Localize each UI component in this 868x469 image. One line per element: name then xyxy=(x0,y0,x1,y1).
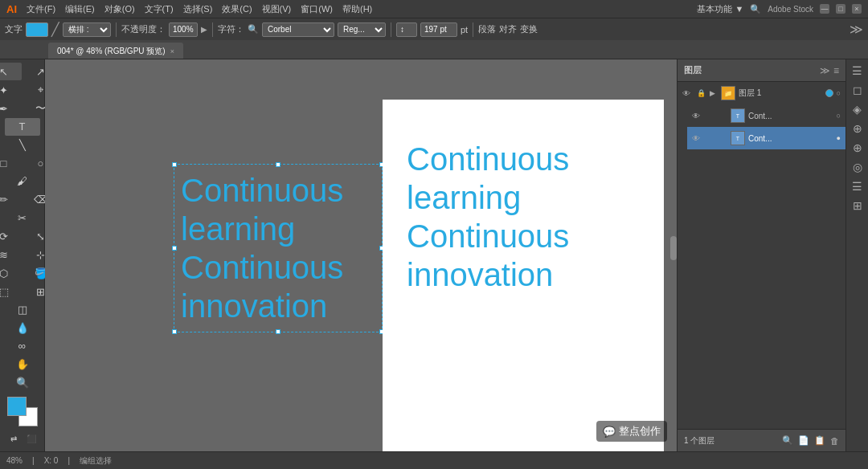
search-layers-icon[interactable]: 🔍 xyxy=(782,435,793,446)
transform-label: 变换 xyxy=(520,23,538,35)
move-to-layer-icon[interactable]: 📋 xyxy=(814,435,825,446)
default-colors-icon[interactable]: ⬛ xyxy=(23,430,39,448)
document-tab[interactable]: 004* @ 48% (RGB/GPU 预览) × xyxy=(48,43,183,59)
menu-view[interactable]: 视图(V) xyxy=(262,3,292,15)
magic-wand-tool[interactable]: ✦ xyxy=(0,81,22,99)
strip-layers-icon[interactable]: ☰ xyxy=(850,63,866,79)
menu-file[interactable]: 文件(F) xyxy=(27,3,55,15)
text-left-line4: innovation xyxy=(181,287,375,325)
strip-transform-icon[interactable]: ⊞ xyxy=(850,198,866,214)
canvas-scroll-handle[interactable] xyxy=(670,236,677,260)
eyedropper-tool[interactable]: 💧 xyxy=(5,320,40,337)
layers-panel-menu-icon[interactable]: ≡ xyxy=(833,65,839,76)
strip-align-icon[interactable]: ☰ xyxy=(850,178,866,194)
blend-tool[interactable]: ∞ xyxy=(5,337,40,355)
selection-tool[interactable]: ↖ xyxy=(0,63,22,80)
rectangle-tool[interactable]: □ xyxy=(0,154,22,172)
text-right-line2: learning xyxy=(407,178,640,217)
tab-label: 004* @ 48% (RGB/GPU 预览) xyxy=(57,46,166,57)
zoom-tool[interactable]: 🔍 xyxy=(5,373,40,391)
gradient-tool[interactable]: ◫ xyxy=(5,301,40,319)
scissors-tool[interactable]: ✂ xyxy=(5,210,40,227)
layers-panel: 图层 ≫ ≡ 👁 🔒 ▶ 📁 图层 1 ○ 👁 T xyxy=(677,59,845,451)
layer-visibility-toggle-1[interactable]: 👁 xyxy=(692,112,703,120)
line-tool[interactable]: ╲ xyxy=(5,137,40,154)
pencil-tool[interactable]: ✏ xyxy=(0,191,22,209)
add-layer-icon[interactable]: 📄 xyxy=(798,435,809,446)
layers-panel-header: 图层 ≫ ≡ xyxy=(678,59,845,82)
strip-cc-libraries-icon[interactable]: ⊕ xyxy=(850,120,866,137)
close-button[interactable]: × xyxy=(852,4,862,14)
menu-edit[interactable]: 编辑(E) xyxy=(65,3,95,15)
watermark-icon: 💬 xyxy=(603,426,616,438)
layer-item-folder[interactable]: 👁 🔒 ▶ 📁 图层 1 ○ xyxy=(678,82,845,104)
menu-window[interactable]: 窗口(W) xyxy=(301,3,333,15)
font-size-unit: pt xyxy=(461,25,468,35)
align-label: 对齐 xyxy=(499,23,517,35)
text-left-selected[interactable]: Continuous learning Continuous innovatio… xyxy=(174,164,383,332)
ruler-tick-2: | xyxy=(68,456,70,465)
position-info: X: 0 xyxy=(44,456,59,465)
minimize-button[interactable]: — xyxy=(820,4,829,14)
shape-builder-tool[interactable]: ⬡ xyxy=(0,264,22,282)
search-icon[interactable]: 🔍 xyxy=(750,4,761,14)
strip-properties-icon[interactable]: ◈ xyxy=(850,101,866,117)
strip-appearance-icon[interactable]: ◎ xyxy=(850,159,866,175)
tool-label: 文字 xyxy=(5,23,23,35)
toolbar-more-icon[interactable]: ≫ xyxy=(850,22,863,37)
menu-select[interactable]: 选择(S) xyxy=(183,3,213,15)
foreground-color-swatch[interactable] xyxy=(7,397,27,416)
layer-visibility-toggle-0[interactable]: 👁 xyxy=(682,89,694,98)
layer-expand-icon-0[interactable]: ▶ xyxy=(710,89,718,97)
layer-options-icon-0[interactable]: ○ xyxy=(837,89,841,97)
menu-object[interactable]: 对象(O) xyxy=(104,3,135,15)
font-family-select[interactable]: Corbel xyxy=(262,22,334,37)
delete-layer-icon[interactable]: 🗑 xyxy=(830,436,839,446)
layer-item-text-1[interactable]: 👁 T Cont... ● xyxy=(687,127,845,149)
workspace-dropdown[interactable]: 基本功能 ▼ xyxy=(697,3,743,15)
text-right-line4: innovation xyxy=(407,255,640,294)
font-size-input[interactable] xyxy=(420,22,457,37)
perspective-tool[interactable]: ⬚ xyxy=(0,283,22,300)
paintbrush-tool[interactable]: 🖌 xyxy=(5,173,40,190)
text-right-line1: Continuous xyxy=(407,140,640,178)
strip-asset-export-icon[interactable]: ⊕ xyxy=(850,140,866,156)
zoom-level: 48% xyxy=(6,456,23,465)
watermark-text: 整点创作 xyxy=(619,424,661,438)
font-icon: 🔍 xyxy=(248,24,259,35)
menu-bar: AI 文件(F) 编辑(E) 对象(O) 文字(T) 选择(S) 效果(C) 视… xyxy=(0,0,868,18)
layer-target-icon-2[interactable]: ● xyxy=(837,134,841,142)
layers-panel-more-icon[interactable]: ≫ xyxy=(820,65,830,76)
tab-close-button[interactable]: × xyxy=(170,47,174,55)
menu-effect[interactable]: 效果(C) xyxy=(222,3,252,15)
menu-type[interactable]: 文字(T) xyxy=(145,3,174,15)
swap-colors-icon[interactable]: ⇄ xyxy=(6,430,22,448)
font-style-select[interactable]: Reg... xyxy=(338,22,386,37)
layer-item-text-0[interactable]: 👁 T Cont... ○ xyxy=(687,104,845,127)
text-right: Continuous learning Continuous innovatio… xyxy=(407,140,640,294)
layer-target-icon-1[interactable]: ○ xyxy=(837,112,841,120)
rotate-tool[interactable]: ⟳ xyxy=(0,227,22,245)
layer-visibility-toggle-2[interactable]: 👁 xyxy=(692,134,703,143)
layer-lock-icon-0: 🔒 xyxy=(697,89,706,97)
canvas-area[interactable]: Continuous learning Continuous innovatio… xyxy=(45,59,677,451)
ruler-tick-1: | xyxy=(32,456,35,465)
pen-tool[interactable]: ✒ xyxy=(0,100,22,117)
handle-tm xyxy=(276,162,280,167)
app-logo: AI xyxy=(6,3,17,15)
text-right-line3: Continuous xyxy=(407,217,640,255)
warp-tool[interactable]: ≋ xyxy=(0,246,22,263)
stroke-indicator: ╱ xyxy=(51,22,59,37)
hand-tool[interactable]: ✋ xyxy=(5,356,40,373)
maximize-button[interactable]: □ xyxy=(836,4,845,14)
opacity-input[interactable] xyxy=(169,22,198,37)
type-tool[interactable]: T xyxy=(5,118,40,136)
strip-artboard-icon[interactable]: ◻ xyxy=(850,82,866,98)
text-orientation-select[interactable]: 横排 : xyxy=(63,22,111,37)
opacity-more-icon[interactable]: ▶ xyxy=(201,25,207,34)
fill-color-swatch[interactable] xyxy=(26,22,48,37)
layers-list: 👁 🔒 ▶ 📁 图层 1 ○ 👁 T Cont... ○ xyxy=(678,82,845,429)
menu-help[interactable]: 帮助(H) xyxy=(342,3,372,15)
left-tools-panel: ↖ ↗ ✦ ⌖ ✒ 〜 T ╲ □ ○ 🖌 ✏ ⌫ ✂ ⟳ ⤡ ≋ ⊹ xyxy=(0,59,45,451)
font-size-arrows[interactable] xyxy=(396,22,417,37)
